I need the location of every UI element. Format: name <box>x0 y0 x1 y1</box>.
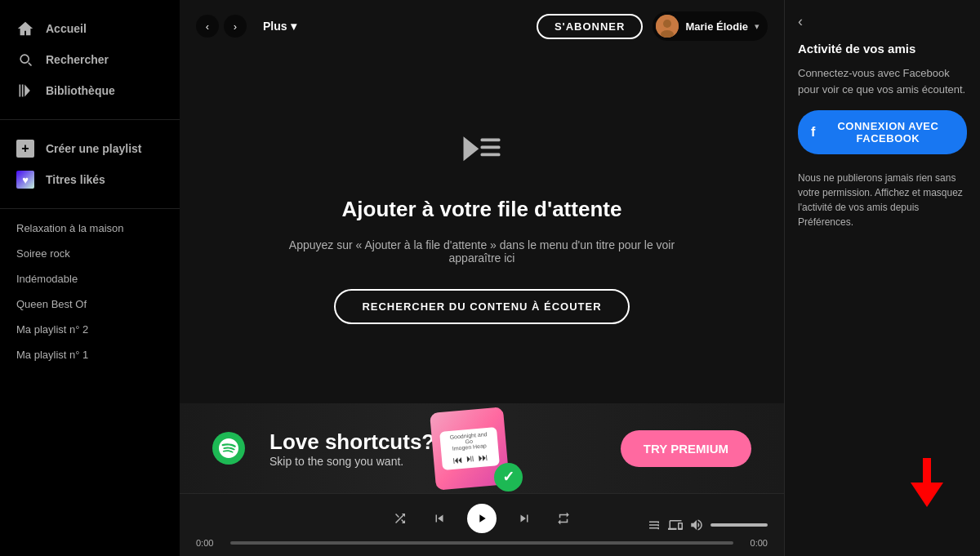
player-right-controls <box>647 518 768 532</box>
banner-subtext: Skip to the song you want. <box>270 455 434 468</box>
svg-marker-7 <box>911 458 943 507</box>
library-icon <box>16 82 34 100</box>
sidebar: Accueil Rechercher Bibliothèque <box>0 0 180 556</box>
sidebar-item-rechercher[interactable]: Rechercher <box>7 44 173 75</box>
next-button[interactable] <box>513 507 536 530</box>
banner-image: Goodnight and GoImogen Heap ⏮ ⏯ ⏭ ✓ <box>433 403 506 493</box>
svg-point-1 <box>663 20 671 28</box>
user-name: Marie Élodie <box>685 20 748 33</box>
playlist-item[interactable]: Indémodable <box>0 266 180 291</box>
topbar: ‹ › Plus ▾ S'ABONNER Marie Élodie ▾ <box>180 0 784 52</box>
playlist-item[interactable]: Queen Best Of <box>0 291 180 317</box>
plus-icon: + <box>16 140 34 158</box>
back-button[interactable]: ‹ <box>196 15 219 38</box>
prev-button[interactable] <box>428 507 451 530</box>
search-content-button[interactable]: RECHERCHER DU CONTENU À ÉCOUTER <box>334 289 629 324</box>
user-profile[interactable]: Marie Élodie ▾ <box>653 11 768 41</box>
avatar <box>656 15 679 38</box>
queue-icon <box>457 131 506 172</box>
right-panel-title: Activité de vos amis <box>798 42 967 56</box>
try-premium-button[interactable]: TRY PREMIUM <box>621 430 751 467</box>
main-content: ‹ › Plus ▾ S'ABONNER Marie Élodie ▾ <box>180 0 784 556</box>
volume-slider[interactable] <box>710 523 768 527</box>
time-end: 0:00 <box>742 538 768 548</box>
forward-button[interactable]: › <box>224 15 247 38</box>
privacy-note: Nous ne publierons jamais rien sans votr… <box>798 171 967 229</box>
playlist-item[interactable]: Relaxation à la maison <box>0 216 180 241</box>
time-start: 0:00 <box>196 538 222 548</box>
sidebar-item-bibliotheque[interactable]: Bibliothèque <box>7 75 173 106</box>
facebook-connect-button[interactable]: f CONNEXION AVEC FACEBOOK <box>798 110 967 154</box>
red-arrow-indicator <box>906 458 947 507</box>
liked-tracks-item[interactable]: ♥ Titres likés <box>7 164 173 195</box>
volume-button[interactable] <box>689 518 704 532</box>
plus-button[interactable]: Plus ▾ <box>256 16 303 36</box>
sidebar-nav: Accueil Rechercher Bibliothèque <box>0 0 180 120</box>
queue-list-button[interactable] <box>647 518 662 532</box>
heart-icon: ♥ <box>16 171 34 189</box>
sidebar-actions: + Créer une playlist ♥ Titres likés <box>0 120 180 209</box>
create-playlist-label: Créer une playlist <box>46 142 142 155</box>
search-icon <box>16 51 34 69</box>
checkmark-icon: ✓ <box>494 463 523 492</box>
sidebar-playlists: Relaxation à la maison Soiree rock Indém… <box>0 209 180 556</box>
progress-bar[interactable] <box>230 541 733 545</box>
user-chevron-icon: ▾ <box>755 21 760 32</box>
sidebar-label-accueil: Accueil <box>46 22 87 35</box>
playlist-item[interactable]: Soiree rock <box>0 241 180 266</box>
home-icon <box>16 20 34 38</box>
sidebar-item-accueil[interactable]: Accueil <box>7 13 173 44</box>
sidebar-label-bibliotheque: Bibliothèque <box>46 84 115 97</box>
close-panel-button[interactable]: ‹ <box>798 13 803 30</box>
right-panel-header: ‹ <box>798 13 967 30</box>
play-button[interactable] <box>467 504 497 533</box>
nav-buttons: ‹ › <box>196 15 247 38</box>
svg-rect-4 <box>481 139 501 142</box>
svg-rect-5 <box>481 146 501 149</box>
premium-banner: Love shortcuts? Skip to the song you wan… <box>180 403 784 493</box>
devices-button[interactable] <box>668 518 683 532</box>
playlist-item[interactable]: Ma playlist n° 2 <box>0 317 180 342</box>
create-playlist-item[interactable]: + Créer une playlist <box>7 133 173 164</box>
svg-marker-3 <box>464 136 479 161</box>
queue-title: Ajouter à votre file d'attente <box>342 197 622 222</box>
liked-tracks-label: Titres likés <box>46 173 105 186</box>
subscribe-button[interactable]: S'ABONNER <box>537 14 644 39</box>
banner-headline: Love shortcuts? <box>270 429 434 455</box>
banner-text: Love shortcuts? Skip to the song you wan… <box>270 429 434 468</box>
spotify-logo <box>212 432 245 465</box>
right-panel: ‹ Activité de vos amis Connectez-vous av… <box>784 0 980 556</box>
repeat-button[interactable] <box>552 507 575 530</box>
sidebar-label-rechercher: Rechercher <box>46 53 109 66</box>
friends-description: Connectez-vous avec Facebook pour voir c… <box>798 65 967 97</box>
svg-rect-6 <box>481 153 501 157</box>
shuffle-button[interactable] <box>389 507 412 530</box>
queue-subtitle: Appuyez sur « Ajouter à la file d'attent… <box>278 238 686 265</box>
facebook-icon: f <box>811 125 816 140</box>
playlist-item[interactable]: Ma playlist n° 1 <box>0 342 180 367</box>
player-bar: 0:00 0:00 <box>180 493 784 556</box>
chevron-down-icon: ▾ <box>291 20 296 33</box>
queue-area: Ajouter à votre file d'attente Appuyez s… <box>180 52 784 403</box>
progress-row: 0:00 0:00 <box>196 538 768 548</box>
